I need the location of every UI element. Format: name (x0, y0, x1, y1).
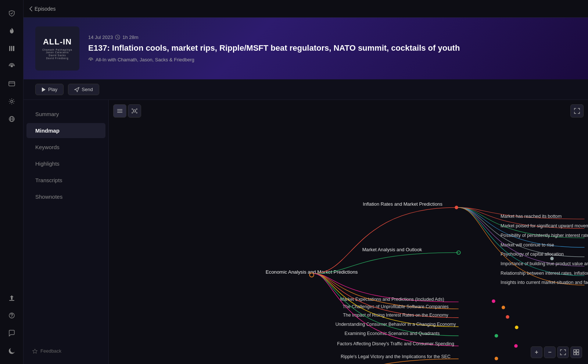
cover-art: ALL-IN Chamath Palihapitiya Jason Calaca… (35, 26, 79, 71)
svg-point-36 (495, 334, 498, 338)
mindmap-node-view-btn[interactable] (128, 104, 141, 118)
export-icon-btn[interactable] (4, 291, 19, 305)
episode-podcast: All-In with Chamath, Jason, Sacks & Frie… (88, 57, 576, 62)
svg-point-39 (495, 357, 498, 360)
svg-line-24 (133, 109, 133, 110)
moon-icon-btn[interactable] (4, 343, 19, 358)
library-icon-btn[interactable] (4, 41, 19, 56)
svg-rect-44 (574, 350, 576, 352)
svg-line-27 (136, 112, 136, 112)
svg-point-3 (11, 65, 13, 67)
zoom-grid-btn[interactable] (570, 346, 582, 358)
node-disney[interactable]: Factors Affecting Disney's Traffic and C… (337, 341, 454, 346)
main-content: Episodes ALL-IN Chamath Palihapitiya Jas… (24, 0, 588, 364)
svg-rect-47 (577, 353, 579, 355)
mindmap-list-view-btn[interactable] (113, 104, 126, 118)
svg-point-29 (455, 206, 458, 209)
sidebar-item-mindmap[interactable]: Mindmap (26, 123, 105, 138)
svg-point-35 (515, 326, 519, 329)
node-interest-rates[interactable]: Possibility of persistently higher inter… (501, 233, 588, 238)
node-psychology[interactable]: Psychology of capital allocation (501, 252, 564, 257)
node-consumer[interactable]: Understanding Consumer Behavior in a Cha… (336, 322, 456, 327)
node-ripple-legal[interactable]: Ripple's Legal Victory and the Implicati… (341, 354, 451, 359)
zoom-out-btn[interactable]: − (544, 346, 556, 358)
svg-point-6 (11, 100, 13, 102)
svg-marker-15 (42, 87, 46, 92)
icon-bar (0, 0, 24, 364)
sidebar-nav: Summary Mindmap Keywords Highlights Tran… (24, 100, 109, 364)
flame-icon-btn[interactable] (4, 24, 19, 38)
feedback-label: Feedback (40, 348, 61, 354)
mindmap-toolbar (113, 104, 141, 118)
mindmap-area: Economic Analysis and Market Predictions… (109, 100, 588, 364)
card-icon-btn[interactable] (4, 76, 19, 91)
svg-point-12 (11, 317, 12, 317)
settings-icon-btn[interactable] (4, 94, 19, 109)
podcast-icon-btn[interactable] (4, 59, 19, 73)
node-relationship[interactable]: Relationship between interest rates, inf… (501, 271, 588, 276)
svg-rect-2 (13, 46, 14, 51)
back-label: Episodes (35, 6, 56, 12)
zoom-fit-btn[interactable] (557, 346, 569, 358)
svg-point-34 (506, 315, 509, 319)
sidebar-item-transcripts[interactable]: Transcripts (26, 173, 105, 188)
svg-point-33 (502, 306, 505, 309)
node-rising-rates[interactable]: The Impact of Rising Interest Rates on t… (343, 313, 448, 318)
question-icon-btn[interactable] (4, 308, 19, 323)
sidebar-item-shownotes[interactable]: Shownotes (26, 189, 105, 204)
svg-line-25 (136, 109, 136, 110)
send-button[interactable]: Send (68, 84, 99, 95)
logo-btn[interactable] (4, 6, 19, 21)
svg-rect-10 (9, 300, 14, 301)
chat-icon-btn[interactable] (4, 326, 19, 340)
mindmap-svg: Economic Analysis and Market Predictions… (109, 100, 588, 364)
mindmap-expand-btn[interactable] (570, 104, 584, 118)
root-node-economic[interactable]: Economic Analysis and Market Predictions (266, 269, 358, 275)
cover-names: Chamath Palihapitiya Jason Calacanis Dav… (41, 48, 74, 60)
episode-meta: 14 Jul 2023 1h 28m E137: Inflation cools… (88, 35, 576, 63)
node-inflation[interactable]: Inflation Rates and Market Predictions (363, 201, 442, 207)
episode-date: 14 Jul 2023 1h 28m (88, 35, 576, 40)
sidebar-item-summary[interactable]: Summary (26, 107, 105, 122)
node-product-value[interactable]: Importance of building true product valu… (501, 261, 588, 266)
episode-header: ALL-IN Chamath Palihapitiya Jason Calaca… (24, 18, 588, 79)
svg-line-26 (133, 112, 133, 112)
node-market-analysis[interactable]: Market Analysis and Outlook (362, 247, 422, 252)
content-area: Summary Mindmap Keywords Highlights Tran… (24, 100, 588, 364)
svg-rect-46 (574, 353, 576, 355)
episode-title: E137: Inflation cools, market rips, Ripp… (88, 43, 576, 54)
svg-point-30 (550, 257, 554, 260)
svg-point-19 (133, 110, 136, 112)
back-button[interactable]: Episodes (29, 6, 56, 12)
svg-rect-4 (9, 82, 15, 86)
svg-rect-45 (577, 350, 579, 352)
zoom-in-btn[interactable]: + (531, 346, 542, 358)
svg-rect-1 (11, 46, 12, 51)
sidebar-item-keywords[interactable]: Keywords (26, 140, 105, 155)
svg-rect-0 (9, 46, 10, 51)
play-button[interactable]: Play (35, 84, 64, 95)
svg-point-37 (514, 344, 518, 348)
sidebar-item-highlights[interactable]: Highlights (26, 156, 105, 171)
action-bar: Play Send (24, 79, 588, 100)
node-continue-rise[interactable]: Market will continue to rise (501, 242, 554, 248)
node-upward[interactable]: Market poised for significant upward mov… (501, 223, 588, 228)
svg-point-14 (90, 59, 92, 61)
globe-icon-btn[interactable] (4, 112, 19, 126)
node-insights[interactable]: Insights into current market situation a… (501, 280, 588, 285)
node-scenarios[interactable]: Examining Economic Scenarios and Quadran… (344, 331, 440, 336)
feedback-btn[interactable]: Feedback (24, 344, 108, 358)
top-nav: Episodes (24, 0, 588, 18)
svg-point-32 (492, 299, 495, 303)
zoom-controls: + − (531, 346, 582, 358)
cover-title: ALL-IN (43, 37, 72, 47)
node-bottom[interactable]: Market has reached its bottom (501, 214, 562, 219)
episode-cover: ALL-IN Chamath Palihapitiya Jason Calaca… (35, 26, 79, 71)
